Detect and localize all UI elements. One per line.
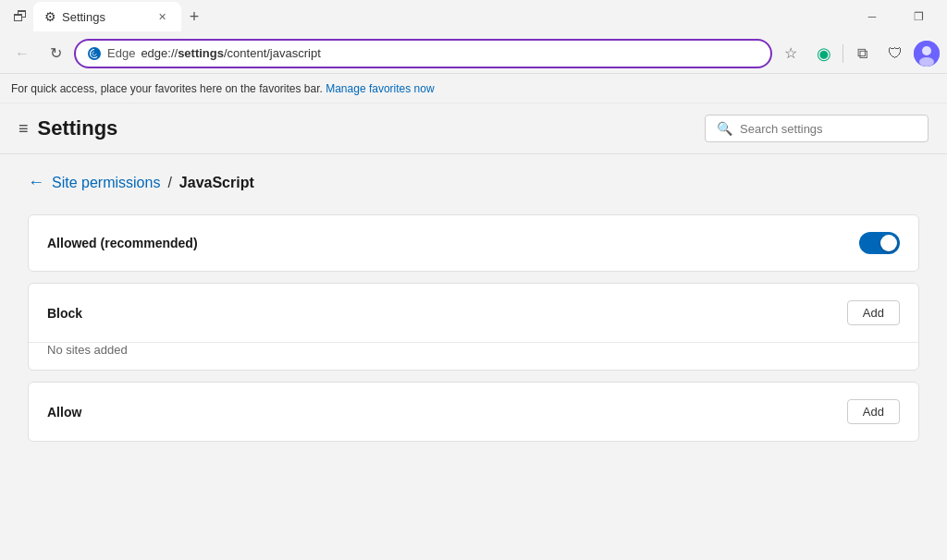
settings-page: ≡ Settings 🔍 ← Site permissions / JavaSc… bbox=[0, 103, 947, 560]
search-icon: 🔍 bbox=[717, 121, 732, 136]
nav-divider bbox=[842, 44, 843, 63]
hamburger-icon[interactable]: ≡ bbox=[18, 119, 29, 139]
settings-title-group: ≡ Settings bbox=[18, 116, 117, 140]
block-sublabel: No sites added bbox=[29, 343, 918, 370]
svg-point-3 bbox=[919, 57, 934, 67]
settings-header: ≡ Settings 🔍 bbox=[0, 103, 947, 154]
svg-point-2 bbox=[922, 46, 931, 55]
address-url: edge://settings/content/javascript bbox=[141, 46, 759, 60]
collections-icon[interactable]: ⧉ bbox=[847, 39, 877, 68]
window-controls: ─ ❐ bbox=[851, 2, 940, 31]
sidebar-toggle-icon[interactable]: 🗗 bbox=[7, 4, 33, 30]
toggle-thumb bbox=[880, 235, 897, 251]
allow-label: Allow bbox=[47, 405, 847, 420]
allow-card: Allow Add bbox=[28, 382, 919, 442]
refresh-button[interactable]: ↻ bbox=[41, 39, 70, 68]
nav-bar: ← ↻ Edge edge://settings/content/javascr… bbox=[0, 33, 947, 74]
breadcrumb: ← Site permissions / JavaScript bbox=[28, 173, 919, 192]
back-button[interactable]: ← bbox=[7, 39, 37, 68]
manage-favorites-link[interactable]: Manage favorites now bbox=[326, 82, 434, 95]
favorites-icon[interactable]: ☆ bbox=[776, 39, 806, 68]
breadcrumb-parent-link[interactable]: Site permissions bbox=[52, 175, 160, 191]
title-bar: 🗗 ⚙ Settings ✕ + ─ ❐ bbox=[0, 0, 947, 33]
edge-label: Edge bbox=[107, 46, 135, 60]
allow-add-button[interactable]: Add bbox=[847, 399, 900, 424]
search-settings-box[interactable]: 🔍 bbox=[705, 115, 929, 142]
tab-close-button[interactable]: ✕ bbox=[154, 8, 170, 25]
nav-right-icons: ☆ ◉ ⧉ 🛡 bbox=[776, 39, 940, 68]
new-tab-button[interactable]: + bbox=[181, 4, 207, 30]
edge-logo-icon bbox=[87, 46, 102, 61]
avatar[interactable] bbox=[914, 41, 940, 67]
address-bar[interactable]: Edge edge://settings/content/javascript bbox=[74, 39, 772, 68]
allowed-card: Allowed (recommended) bbox=[28, 214, 919, 272]
breadcrumb-back-button[interactable]: ← bbox=[28, 173, 44, 192]
tab-label: Settings bbox=[62, 10, 105, 24]
block-label: Block bbox=[47, 306, 847, 321]
block-row: Block Add bbox=[29, 284, 918, 342]
breadcrumb-separator: / bbox=[167, 175, 171, 191]
settings-tab[interactable]: ⚙ Settings ✕ bbox=[33, 2, 181, 31]
favorites-bar: For quick access, place your favorites h… bbox=[0, 74, 947, 103]
breadcrumb-current: JavaScript bbox=[179, 175, 254, 191]
restore-button[interactable]: ❐ bbox=[897, 2, 940, 31]
tab-icon: ⚙ bbox=[44, 9, 56, 24]
settings-title: Settings bbox=[38, 116, 118, 140]
allow-row: Allow Add bbox=[29, 383, 918, 441]
allowed-toggle[interactable] bbox=[859, 232, 900, 254]
block-add-button[interactable]: Add bbox=[847, 300, 900, 325]
allowed-label: Allowed (recommended) bbox=[47, 236, 859, 250]
search-settings-input[interactable] bbox=[740, 122, 916, 136]
allowed-row: Allowed (recommended) bbox=[29, 215, 918, 271]
favorites-bar-text: For quick access, place your favorites h… bbox=[11, 82, 323, 95]
block-card: Block Add No sites added bbox=[28, 283, 919, 371]
copilot-icon[interactable]: ◉ bbox=[809, 39, 839, 68]
settings-content: ← Site permissions / JavaScript Allowed … bbox=[0, 154, 947, 560]
toggle-track bbox=[859, 232, 900, 254]
browser-essentials-icon[interactable]: 🛡 bbox=[880, 39, 910, 68]
minimize-button[interactable]: ─ bbox=[851, 2, 893, 31]
